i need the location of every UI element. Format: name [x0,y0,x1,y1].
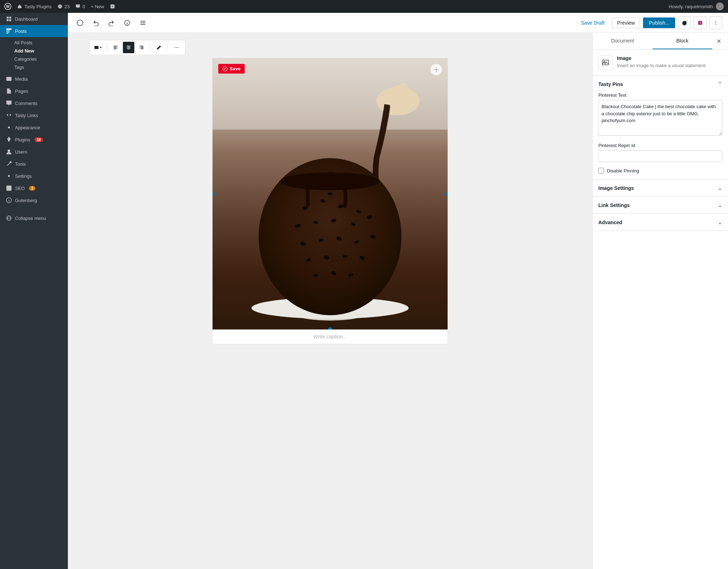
block-info-text: Image Insert an image to make a visual s… [617,55,707,69]
info-button[interactable] [121,16,134,29]
sidebar-item-tasty-links[interactable]: Tasty Links [0,109,68,121]
sidebar-item-add-new[interactable]: Add New [14,47,68,55]
sidebar-item-settings[interactable]: Settings [0,170,68,182]
svg-point-36 [176,47,177,48]
resize-handle-right[interactable] [445,192,448,196]
adminbar-avatar [716,2,724,10]
sidebar-item-tags[interactable]: Tags [14,63,68,71]
panel-close-button[interactable]: ✕ [712,35,725,47]
adminbar-yoast[interactable]: Y [110,4,115,9]
svg-rect-33 [139,48,143,48]
advanced-chevron: ⌄ [718,219,722,226]
advanced-title: Advanced [598,220,622,225]
link-settings-section: Link Settings ⌄ [593,197,728,214]
admin-bar: W Tasty Plugins 23 0 + New Y Howdy, raqu… [0,0,728,13]
settings-button[interactable] [678,16,691,29]
tab-block[interactable]: Block [653,33,713,49]
svg-point-19 [715,22,716,23]
image-settings-header[interactable]: Image Settings ⌄ [593,180,728,196]
pinterest-save-button[interactable]: P Save [218,64,245,74]
sidebar-item-media[interactable]: Media [0,73,68,85]
adminbar-site-name[interactable]: Tasty Plugins [17,4,52,9]
tasty-pins-header[interactable]: Tasty Pins ⌃ [593,76,728,92]
svg-rect-4 [6,77,11,81]
move-handle[interactable] [430,64,442,75]
preview-button[interactable]: Preview [612,17,640,28]
save-draft-button[interactable]: Save Draft [577,18,609,28]
svg-point-35 [175,47,175,48]
block-info-icon [598,55,613,70]
sidebar-item-comments[interactable]: Comments [0,97,68,109]
align-right-button[interactable] [136,42,147,53]
sidebar-item-appearance[interactable]: Appearance [0,121,68,134]
undo-button[interactable] [89,16,102,29]
image-settings-section: Image Settings ⌄ [593,180,728,197]
sidebar-item-posts[interactable]: Posts [0,25,68,37]
svg-rect-29 [126,48,130,48]
disable-pinning-row: Disable Pinning [593,168,728,179]
block-name: Image [617,55,707,61]
link-settings-header[interactable]: Link Settings ⌄ [593,197,728,213]
yoast-button[interactable]: Y [694,16,707,29]
svg-point-20 [715,24,716,25]
sidebar-item-categories[interactable]: Categories [14,55,68,63]
pinterest-text-textarea[interactable]: Blackout Chocolate Cake | the best choco… [598,100,722,136]
sidebar-item-collapse[interactable]: Collapse menu [0,212,68,224]
svg-text:Y: Y [8,187,10,190]
caption-area[interactable]: Write caption... [213,329,448,344]
adminbar-howdy[interactable]: Howdy, raquelmsmith [669,4,713,9]
svg-point-37 [178,47,178,48]
pinterest-text-label: Pinterest Text [598,92,722,98]
svg-point-14 [77,20,83,25]
adminbar-updates[interactable]: 23 [58,4,70,9]
svg-text:W: W [6,5,10,9]
redo-button[interactable] [105,16,118,29]
publish-button[interactable]: Publish... [643,17,675,28]
svg-rect-28 [128,47,130,47]
svg-text:P: P [224,67,226,70]
pencil-edit-button[interactable] [153,42,165,53]
sidebar-item-dashboard[interactable]: Dashboard [0,13,68,25]
image-settings-title: Image Settings [598,185,634,191]
right-panel: Document Block ✕ Image Insert an image t… [592,33,728,569]
adminbar-wp-logo[interactable]: W [4,3,11,10]
svg-point-18 [715,21,716,21]
svg-point-7 [8,150,10,152]
image-align-dropdown-button[interactable] [93,42,104,53]
align-left-button[interactable] [110,42,121,53]
list-view-button[interactable] [136,16,149,29]
adminbar-new[interactable]: + New [91,4,104,9]
sidebar: Dashboard Posts All Posts Add New Catego… [0,13,68,569]
canvas-area: P Save [68,33,592,569]
link-settings-chevron: ⌄ [718,202,722,208]
disable-pinning-label[interactable]: Disable Pinning [607,168,639,173]
sidebar-item-plugins[interactable]: Plugins 18 [0,134,68,146]
sidebar-item-all-posts[interactable]: All Posts [14,39,68,47]
align-center-button[interactable] [123,42,134,53]
adminbar-comments[interactable]: 0 [75,4,85,9]
block-toolbar [89,40,185,55]
svg-point-8 [8,175,10,177]
sidebar-item-tools[interactable]: Tools [0,158,68,170]
pinterest-repin-group: Pinterest Repin Id [593,143,728,168]
advanced-header[interactable]: Advanced ⌄ [593,214,728,231]
svg-rect-21 [94,46,98,49]
add-block-button[interactable] [74,16,86,29]
pinterest-repin-input[interactable] [598,150,722,162]
disable-pinning-checkbox[interactable] [598,168,604,173]
sidebar-item-gutenberg[interactable]: G Gutenberg [0,194,68,206]
svg-rect-31 [139,46,143,46]
resize-handle-bottom[interactable] [328,327,332,329]
more-options-button[interactable] [709,16,722,29]
block-more-options-button[interactable] [171,42,182,53]
tasty-pins-title: Tasty Pins [598,81,623,87]
panel-header: Document Block ✕ [593,33,728,50]
sidebar-item-users[interactable]: Users [0,146,68,158]
editor-topbar: Save Draft Preview Publish... Y [68,13,728,33]
sidebar-item-pages[interactable]: Pages [0,85,68,97]
image-block: P Save [212,58,448,344]
svg-rect-73 [602,60,609,65]
tab-document[interactable]: Document [593,33,653,49]
sidebar-item-seo[interactable]: Y SEO 3 [0,182,68,194]
cake-svg [213,58,448,329]
